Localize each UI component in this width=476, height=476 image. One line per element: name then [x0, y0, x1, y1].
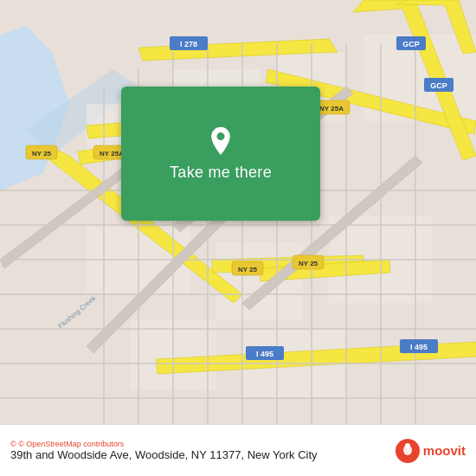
moovit-label: moovit: [423, 443, 466, 458]
svg-text:NY 25: NY 25: [299, 260, 318, 267]
map-container: I 278 NY 25 NY 25A NY 25A NY 25 NY 25 I …: [0, 0, 476, 424]
svg-text:GCP: GCP: [402, 40, 420, 48]
take-me-there-label: Take me there: [170, 164, 272, 182]
svg-text:GCP: GCP: [430, 81, 447, 90]
svg-text:I 278: I 278: [180, 40, 197, 48]
svg-point-50: [217, 132, 225, 140]
svg-text:NY 25: NY 25: [32, 150, 52, 158]
svg-text:NY 25A: NY 25A: [100, 150, 124, 158]
moovit-brand-icon: [396, 439, 420, 463]
location-pin-icon: [205, 125, 236, 157]
info-bar: © © OpenStreetMap contributors 39th and …: [0, 424, 476, 476]
svg-text:NY 25: NY 25: [238, 266, 258, 273]
openstreetmap-credit: © © OpenStreetMap contributors: [10, 440, 389, 448]
address-text: 39th and Woodside Ave, Woodside, NY 1137…: [10, 448, 389, 461]
moovit-logo: moovit: [396, 439, 466, 463]
svg-point-53: [405, 443, 410, 448]
info-bottom: © © OpenStreetMap contributors 39th and …: [10, 440, 389, 461]
svg-text:I 495: I 495: [256, 350, 273, 358]
take-me-there-panel[interactable]: Take me there: [121, 87, 320, 221]
svg-rect-6: [216, 242, 303, 320]
svg-text:I 495: I 495: [410, 343, 428, 351]
svg-text:NY 25A: NY 25A: [319, 105, 344, 113]
